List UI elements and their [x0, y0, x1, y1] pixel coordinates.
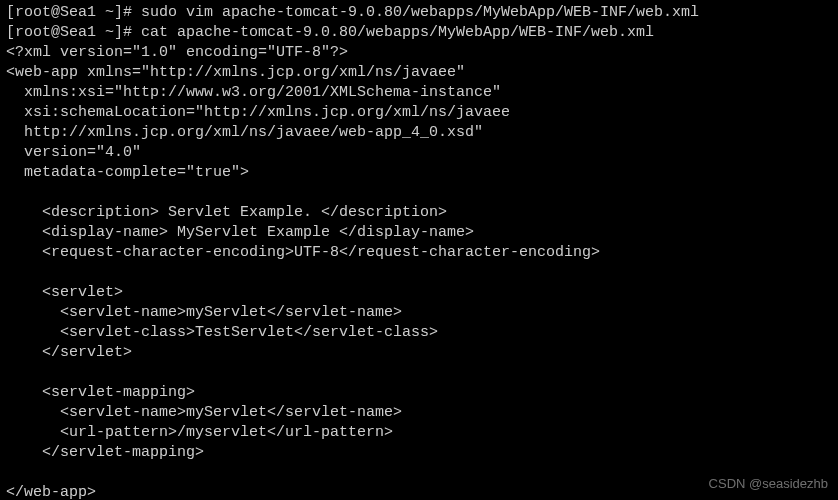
terminal-line: </servlet>	[6, 343, 832, 363]
terminal-line: http://xmlns.jcp.org/xml/ns/javaee/web-a…	[6, 123, 832, 143]
terminal-line: [root@Sea1 ~]# cat apache-tomcat-9.0.80/…	[6, 23, 832, 43]
terminal-line: <web-app xmlns="http://xmlns.jcp.org/xml…	[6, 63, 832, 83]
terminal-line: version="4.0"	[6, 143, 832, 163]
terminal-line: <url-pattern>/myservlet</url-pattern>	[6, 423, 832, 443]
terminal-line: xsi:schemaLocation="http://xmlns.jcp.org…	[6, 103, 832, 123]
terminal-line	[6, 263, 832, 283]
terminal-line: <display-name> MyServlet Example </displ…	[6, 223, 832, 243]
terminal-line: <description> Servlet Example. </descrip…	[6, 203, 832, 223]
terminal-output[interactable]: [root@Sea1 ~]# sudo vim apache-tomcat-9.…	[0, 0, 838, 500]
watermark-text: CSDN @seasidezhb	[709, 474, 828, 494]
terminal-line: <?xml version="1.0" encoding="UTF-8"?>	[6, 43, 832, 63]
terminal-line: <servlet-name>myServlet</servlet-name>	[6, 403, 832, 423]
terminal-line: <servlet>	[6, 283, 832, 303]
terminal-line	[6, 363, 832, 383]
terminal-line: [root@Sea1 ~]# sudo vim apache-tomcat-9.…	[6, 3, 832, 23]
terminal-line: </servlet-mapping>	[6, 443, 832, 463]
terminal-line: metadata-complete="true">	[6, 163, 832, 183]
terminal-line: <servlet-class>TestServlet</servlet-clas…	[6, 323, 832, 343]
terminal-line: <servlet-name>myServlet</servlet-name>	[6, 303, 832, 323]
terminal-line: xmlns:xsi="http://www.w3.org/2001/XMLSch…	[6, 83, 832, 103]
terminal-line	[6, 183, 832, 203]
terminal-line: <request-character-encoding>UTF-8</reque…	[6, 243, 832, 263]
terminal-line: <servlet-mapping>	[6, 383, 832, 403]
